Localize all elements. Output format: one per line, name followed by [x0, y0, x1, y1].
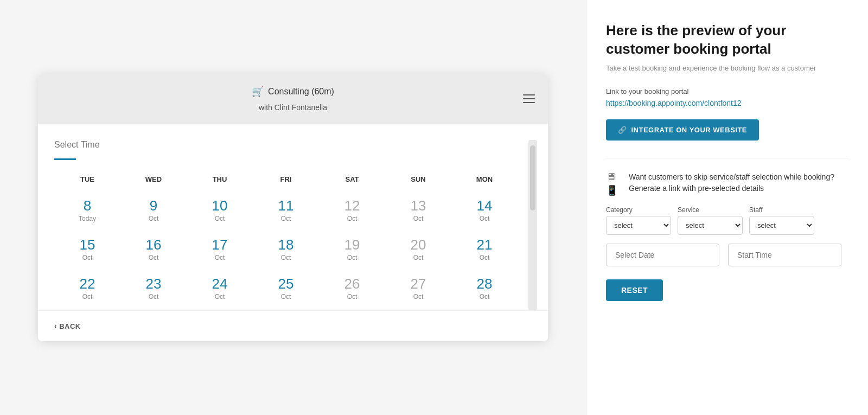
- staff-select[interactable]: select: [749, 216, 814, 235]
- widget-footer: ‹ BACK: [38, 310, 548, 341]
- back-label: BACK: [59, 322, 81, 330]
- day-sat: SAT: [319, 171, 385, 188]
- link-icon: 🔗: [618, 126, 627, 134]
- service-label: Service: [678, 206, 743, 214]
- cart-icon: 🛒: [252, 86, 264, 98]
- days-header: TUE WED THU FRI SAT SUN MON: [54, 171, 518, 188]
- date-cell-14[interactable]: 14 Oct: [451, 193, 518, 228]
- date-cell-10[interactable]: 10 Oct: [187, 193, 253, 228]
- header-subtitle: with Clint Fontanella: [259, 103, 327, 112]
- service-select-group: Service select: [678, 206, 743, 235]
- calendar-grid: TUE WED THU FRI SAT SUN MON 8 Today: [54, 171, 518, 306]
- calendar-row-2: 15 Oct 16 Oct 17 Oct 18: [54, 232, 518, 267]
- date-time-row: [606, 244, 848, 266]
- widget-body: Select Time TUE WED THU FRI SAT SUN MON: [38, 124, 548, 310]
- date-cell-25[interactable]: 25 Oct: [253, 271, 319, 306]
- date-cell-20: 20 Oct: [385, 232, 451, 267]
- date-cell-12: 12 Oct: [319, 193, 385, 228]
- calendar-area: Select Time TUE WED THU FRI SAT SUN MON: [54, 140, 528, 310]
- service-name: Consulting (60m): [268, 87, 334, 97]
- divider: [606, 158, 848, 158]
- category-select[interactable]: select: [606, 216, 671, 235]
- staff-label: Staff: [749, 206, 814, 214]
- skip-text: Want customers to skip service/staff sel…: [629, 171, 848, 195]
- day-thu: THU: [187, 171, 253, 188]
- day-wed: WED: [120, 171, 187, 188]
- service-select[interactable]: select: [678, 216, 743, 235]
- selects-row: Category select Service select Staff sel…: [606, 206, 848, 235]
- day-tue: TUE: [54, 171, 120, 188]
- date-cell-17[interactable]: 17 Oct: [187, 232, 253, 267]
- date-cell-18[interactable]: 18 Oct: [253, 232, 319, 267]
- day-mon: MON: [451, 171, 518, 188]
- preview-subtitle: Take a test booking and experience the b…: [606, 64, 848, 72]
- date-cell-13: 13 Oct: [385, 193, 451, 228]
- header-content: 🛒 Consulting (60m) with Clint Fontanella: [252, 86, 334, 112]
- date-cell-19: 19 Oct: [319, 232, 385, 267]
- scrollbar-thumb[interactable]: [530, 145, 535, 210]
- device-icons: 🖥 📱: [606, 171, 618, 195]
- date-cell-26: 26 Oct: [319, 271, 385, 306]
- category-label: Category: [606, 206, 671, 214]
- date-cell-8[interactable]: 8 Today: [54, 193, 120, 228]
- date-cell-24[interactable]: 24 Oct: [187, 271, 253, 306]
- booking-link[interactable]: https://booking.appointy.com/clontfont12: [606, 99, 848, 107]
- left-panel: 🛒 Consulting (60m) with Clint Fontanella…: [0, 0, 586, 415]
- desktop-icon: 🖥: [606, 171, 618, 181]
- date-cell-27: 27 Oct: [385, 271, 451, 306]
- date-cell-16[interactable]: 16 Oct: [120, 232, 187, 267]
- date-cell-21[interactable]: 21 Oct: [451, 232, 518, 267]
- back-button[interactable]: ‹ BACK: [54, 322, 81, 330]
- calendar-row-3: 22 Oct 23 Oct 24 Oct 25: [54, 271, 518, 306]
- widget-header: 🛒 Consulting (60m) with Clint Fontanella: [38, 74, 548, 124]
- category-select-group: Category select: [606, 206, 671, 235]
- menu-icon[interactable]: [523, 94, 535, 103]
- date-cell-9[interactable]: 9 Oct: [120, 193, 187, 228]
- integrate-button[interactable]: 🔗 INTEGRATE ON YOUR WEBSITE: [606, 119, 759, 141]
- scrollbar[interactable]: [528, 140, 537, 310]
- preview-title: Here is the preview of your customer boo…: [606, 22, 848, 59]
- start-time-input[interactable]: [728, 244, 841, 266]
- mobile-icon: 📱: [606, 186, 618, 195]
- back-chevron-icon: ‹: [54, 322, 57, 330]
- date-cell-11[interactable]: 11 Oct: [253, 193, 319, 228]
- reset-button[interactable]: RESET: [606, 279, 663, 301]
- calendar-row-1: 8 Today 9 Oct 10 Oct 11: [54, 193, 518, 228]
- integrate-label: INTEGRATE ON YOUR WEBSITE: [631, 126, 748, 134]
- day-sun: SUN: [385, 171, 451, 188]
- skip-section: 🖥 📱 Want customers to skip service/staff…: [606, 171, 848, 195]
- day-fri: FRI: [253, 171, 319, 188]
- date-cell-28[interactable]: 28 Oct: [451, 271, 518, 306]
- right-panel: Here is the preview of your customer boo…: [586, 0, 868, 415]
- select-time-underline: [54, 158, 76, 160]
- select-time-label: Select Time: [54, 140, 518, 150]
- staff-select-group: Staff select: [749, 206, 814, 235]
- header-title: 🛒 Consulting (60m): [252, 86, 334, 98]
- date-cell-23[interactable]: 23 Oct: [120, 271, 187, 306]
- booking-widget: 🛒 Consulting (60m) with Clint Fontanella…: [38, 74, 548, 341]
- link-label: Link to your booking portal: [606, 87, 848, 95]
- date-cell-15[interactable]: 15 Oct: [54, 232, 120, 267]
- date-cell-22[interactable]: 22 Oct: [54, 271, 120, 306]
- select-date-input[interactable]: [606, 244, 719, 266]
